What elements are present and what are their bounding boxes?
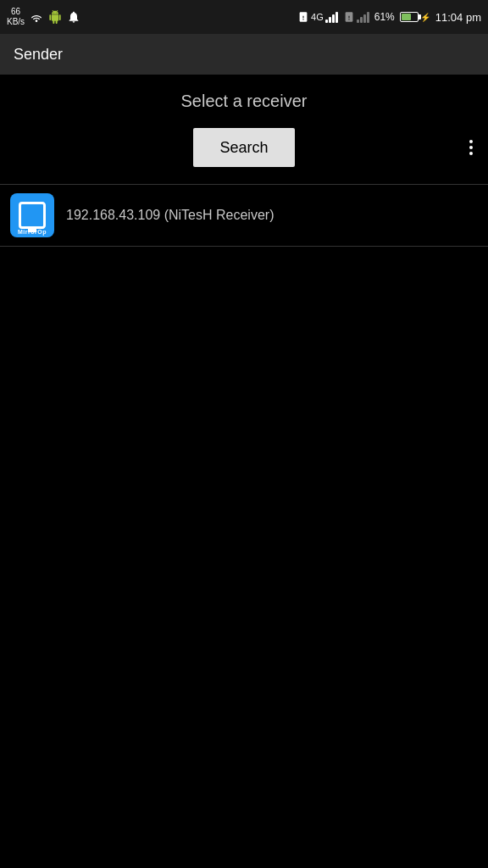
app-icon-label: MirrorOp [18, 229, 47, 235]
battery-percent: 61% [374, 11, 395, 23]
network-type: 4G [311, 12, 324, 22]
signal-bars [325, 11, 338, 23]
overflow-menu-button[interactable] [464, 133, 478, 162]
sim-card-icon [297, 11, 309, 23]
app-icon-inner [19, 202, 46, 229]
device-list-item[interactable]: MirrorOp 192.168.43.109 (NiTesH Receiver… [0, 185, 488, 246]
app-title: Sender [14, 46, 63, 64]
app-icon-bg: MirrorOp [10, 193, 54, 237]
notification-icon [67, 10, 80, 24]
device-name: 192.168.43.109 (NiTesH Receiver) [66, 208, 274, 223]
android-icon [48, 10, 62, 24]
svg-point-0 [36, 19, 38, 22]
sim2-group [343, 11, 369, 23]
status-bar: 66 KB/s 4G [0, 0, 488, 34]
network-speed: 66 KB/s [7, 7, 25, 27]
page-title: Select a receiver [0, 92, 488, 111]
dot-2 [469, 146, 473, 149]
battery-indicator: ⚡ [400, 12, 430, 22]
charging-icon: ⚡ [420, 13, 430, 22]
bottom-divider [0, 246, 488, 247]
app-bar: Sender [0, 34, 488, 75]
dot-3 [469, 152, 473, 155]
sim-icon: 4G [297, 11, 338, 23]
status-left: 66 KB/s [7, 7, 80, 27]
search-row: Search [0, 128, 488, 167]
main-content: Select a receiver Search MirrorOp 192.16… [0, 75, 488, 247]
device-icon: MirrorOp [10, 193, 54, 237]
time-display: 11:04 pm [435, 11, 481, 24]
dot-1 [469, 140, 473, 143]
search-button[interactable]: Search [193, 128, 295, 167]
sim2-card-icon [343, 11, 355, 23]
signal-bars-2 [357, 11, 369, 23]
wifi-icon [30, 10, 43, 24]
status-right: 4G 61% ⚡ [297, 11, 481, 24]
